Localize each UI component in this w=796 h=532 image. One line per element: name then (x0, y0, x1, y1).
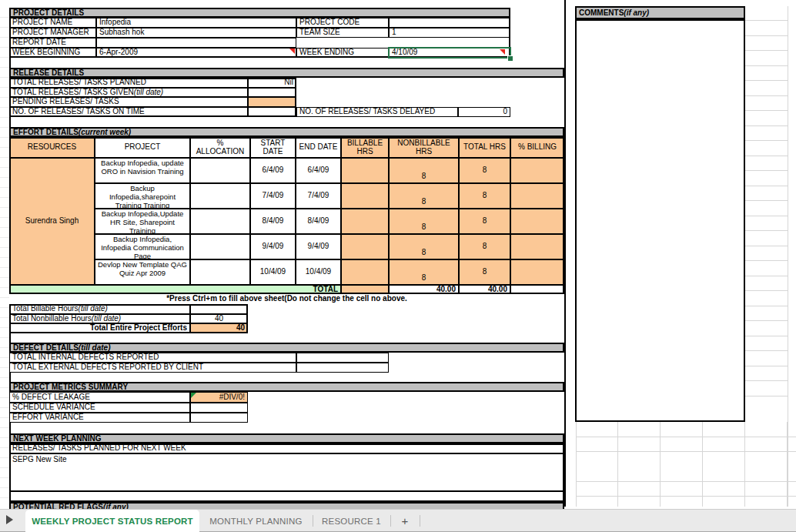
effort-row-billing[interactable] (510, 209, 564, 234)
effort-row-billable[interactable] (341, 259, 389, 285)
team-size-label: TEAM SIZE (296, 28, 389, 38)
error-indicator-icon (191, 393, 196, 398)
effort-row-billing[interactable] (510, 234, 564, 259)
comments-header: COMMENTS (if any) (575, 6, 745, 19)
effort-row-project[interactable]: Backup Infopedia,sharepoint Training Tra… (95, 183, 190, 209)
effort-row-nonbillable[interactable]: 8 (389, 183, 459, 209)
team-size-cell[interactable]: 1 (389, 28, 510, 38)
billable-till-cell[interactable] (190, 304, 248, 314)
billable-till-label-suffix: (till date) (79, 305, 108, 313)
effort-variance-label: EFFORT VARIANCE (9, 413, 190, 423)
tab-weekly-project-status-report[interactable]: WEEKLY PROJECT STATUS REPORT (25, 510, 199, 532)
releases-on-time-cell[interactable] (248, 107, 296, 117)
effort-row-project[interactable]: Backup Infopedia,Update HR Site, Sharepo… (95, 209, 190, 234)
effort-total-hours[interactable]: 40.00 (459, 285, 510, 294)
effort-row-start[interactable]: 6/4/09 (250, 158, 296, 183)
pending-releases-cell[interactable] (248, 97, 296, 107)
effort-row-billing[interactable] (510, 259, 564, 285)
effort-row-nonbillable[interactable]: 8 (389, 209, 459, 234)
effort-row-total[interactable]: 8 (459, 259, 510, 285)
effort-row-end[interactable]: 9/4/09 (296, 234, 341, 259)
col-header-billing: % BILLING (510, 137, 564, 158)
project-code-cell[interactable] (389, 18, 510, 28)
effort-row-allocation[interactable] (190, 158, 250, 183)
comments-title-suffix: (if any) (624, 8, 649, 17)
effort-row-project[interactable]: Backup Infopedia, Infopedia Communicatio… (95, 234, 190, 259)
releases-planned-cell[interactable]: Nil (248, 78, 296, 88)
effort-row-nonbillable[interactable]: 8 (389, 234, 459, 259)
effort-row-billable[interactable] (341, 158, 389, 183)
releases-delayed-cell[interactable]: 0 (458, 107, 510, 117)
effort-row-billable[interactable] (341, 209, 389, 234)
effort-row-end[interactable]: 6/4/09 (296, 158, 341, 183)
effort-row-total[interactable]: 8 (459, 183, 510, 209)
effort-row-allocation[interactable] (190, 234, 250, 259)
project-name-cell[interactable]: Infopedia (96, 18, 296, 28)
col-header-allocation: % ALLOCATION (190, 137, 250, 158)
effort-row-end[interactable]: 10/4/09 (296, 259, 341, 285)
col-header-project: PROJECT (95, 137, 190, 158)
entire-efforts-cell[interactable]: 40 (190, 323, 248, 333)
next-week-row-label: RELEASES/ TASKS PLANNED FOR NEXT WEEK (9, 443, 564, 453)
effort-row-start[interactable]: 10/4/09 (250, 259, 296, 285)
fill-handle[interactable] (507, 55, 513, 62)
effort-row-total[interactable]: 8 (459, 234, 510, 259)
effort-row-start[interactable]: 9/4/09 (250, 234, 296, 259)
effort-row-start[interactable]: 8/4/09 (250, 209, 296, 234)
comments-body-cell[interactable] (575, 19, 745, 422)
internal-defects-cell[interactable] (296, 353, 389, 363)
comment-indicator-icon (289, 49, 295, 54)
tab-monthly-planning[interactable]: MONTHLY PLANNING (199, 510, 313, 532)
nonbillable-till-label-suffix: (till date) (92, 315, 121, 323)
week-beginning-cell[interactable]: 6-Apr-2009 (96, 48, 296, 58)
effort-row-end[interactable]: 8/4/09 (296, 209, 341, 234)
effort-total-billing[interactable] (510, 285, 564, 294)
effort-row-nonbillable[interactable]: 8 (389, 259, 459, 285)
nonbillable-till-label-text: Total Nonbillable Hours (12, 315, 92, 323)
nonbillable-till-cell[interactable]: 40 (190, 314, 248, 323)
next-week-content-cell[interactable]: SEPG New Site (9, 453, 564, 491)
effort-row-project[interactable]: Devlop New Template QAG Quiz Apr 2009 (95, 259, 190, 285)
effort-row-total[interactable]: 8 (459, 209, 510, 234)
billable-till-label-text: Total Billable Hours (12, 305, 79, 313)
effort-row-start[interactable]: 7/4/09 (250, 183, 296, 209)
effort-title-suffix: (current week) (79, 128, 131, 136)
next-week-empty-row[interactable] (9, 491, 564, 502)
project-code-label: PROJECT CODE (296, 18, 389, 28)
schedule-variance-cell[interactable] (190, 403, 248, 413)
defect-title-suffix: (till date) (79, 343, 111, 352)
effort-row-allocation[interactable] (190, 183, 250, 209)
project-manager-cell[interactable]: Subhash hok (96, 28, 296, 38)
add-sheet-button[interactable]: + (390, 510, 420, 532)
effort-row-project[interactable]: Backup Infopedia, update ORO in Navision… (95, 158, 190, 183)
effort-row-billable[interactable] (341, 183, 389, 209)
col-header-billable: BILLABLE HRS (341, 137, 389, 158)
week-ending-cell[interactable]: 4/10/09 (389, 48, 510, 58)
effort-variance-cell[interactable] (190, 413, 248, 423)
tab-resource-1[interactable]: RESOURCE 1 (313, 510, 390, 532)
resource-name-cell[interactable]: Surendra Singh (9, 158, 95, 285)
effort-total-billable[interactable] (341, 285, 389, 294)
grid-column-line (788, 6, 788, 507)
effort-row-billing[interactable] (510, 158, 564, 183)
defect-leakage-cell[interactable]: #DIV/0! (190, 392, 248, 403)
external-defects-cell[interactable] (296, 363, 389, 373)
effort-row-total[interactable]: 8 (459, 158, 510, 183)
section-next-week: NEXT WEEK PLANNING (9, 433, 564, 443)
effort-row-allocation[interactable] (190, 259, 250, 285)
effort-total-nonbillable[interactable]: 40.00 (389, 285, 459, 294)
effort-row-billing[interactable] (510, 183, 564, 209)
col-header-nonbillable: NONBILLABLE HRS (389, 137, 459, 158)
spreadsheet-window: PROJECT DETAILS PROJECT NAME Infopedia P… (0, 0, 796, 532)
releases-given-cell[interactable] (248, 88, 296, 97)
releases-given-label-text: TOTAL RELEASES/ TASKS GIVEN (12, 89, 134, 97)
col-header-start-date: START DATE (250, 137, 296, 158)
effort-row-allocation[interactable] (190, 209, 250, 234)
section-project-metrics: PROJECT METRICS SUMMARY (9, 382, 564, 392)
effort-row-nonbillable[interactable]: 8 (389, 158, 459, 183)
sheet-tab-bar: WEEKLY PROJECT STATUS REPORT MONTHLY PLA… (0, 509, 796, 532)
report-date-cell[interactable] (96, 38, 296, 48)
sheet-nav-arrow-icon[interactable] (6, 515, 13, 524)
effort-row-billable[interactable] (341, 234, 389, 259)
effort-row-end[interactable]: 7/4/09 (296, 183, 341, 209)
